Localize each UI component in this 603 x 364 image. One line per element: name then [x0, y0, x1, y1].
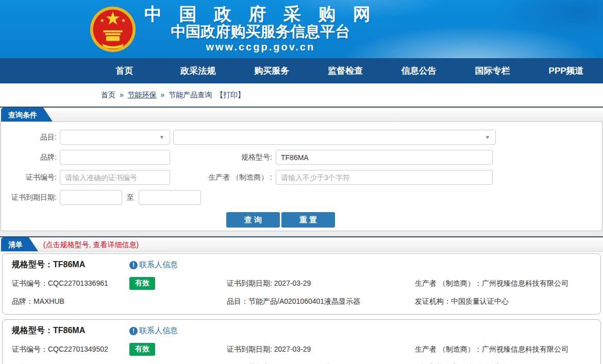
expiry-date-to-input[interactable]	[139, 190, 201, 205]
card-model-value: TF86MA	[53, 326, 85, 335]
site-subtitle: 中国政府购买服务信息平台	[144, 23, 377, 40]
nav-item-regulations[interactable]: 政采法规	[161, 58, 235, 83]
card-model-label: 规格型号：	[12, 260, 53, 269]
result-card: 规格型号：TF86MA !联系人信息 证书编号：CQC22701336961 有…	[2, 253, 601, 315]
category-label: 品目:	[1, 133, 60, 142]
contact-info-label: 联系人信息	[139, 326, 178, 336]
list-section-title-tab: 清单	[1, 237, 38, 251]
category-select[interactable]: ▼	[60, 130, 170, 145]
card-expiry: 证书到期日期: 2027-03-29	[227, 279, 415, 288]
status-badge: 有效	[129, 277, 155, 290]
nav-item-purchase-service[interactable]: 购买服务	[235, 58, 309, 83]
card-issuer: 发证机构：中国质量认证中心	[415, 297, 600, 306]
site-url: www.ccgp.gov.cn	[144, 40, 377, 54]
breadcrumb-current-page: 节能产品查询	[169, 91, 212, 99]
card-model-link[interactable]: 规格型号：TF86MA	[12, 325, 129, 336]
breadcrumb: 首页 » 节能环保 » 节能产品查询 【打印】	[0, 83, 603, 107]
nav-item-supervision[interactable]: 监督检查	[309, 58, 382, 83]
status-badge: 有效	[129, 343, 155, 356]
card-brand: 品牌：MAXHUB	[12, 297, 227, 306]
main-nav: 首页 政采法规 购买服务 监督检查 信息公告 国际专栏 PPP频道	[0, 58, 603, 83]
card-cert-no: 证书编号：CQC22701349502	[12, 345, 129, 354]
list-hint-note: (点击规格型号, 查看详细信息)	[43, 237, 139, 251]
date-range-to-label: 至	[127, 193, 134, 202]
producer-label: 生产者 （制造商） :	[170, 173, 276, 182]
breadcrumb-separator: »	[160, 91, 164, 99]
contact-info-link[interactable]: !联系人信息	[129, 260, 415, 270]
chevron-down-icon: ▼	[485, 134, 490, 140]
brand-label: 品牌:	[1, 153, 60, 162]
card-model-label: 规格型号：	[12, 326, 53, 335]
certificate-number-label: 证书编号:	[1, 173, 60, 182]
card-category: 品目：节能产品/A0201060401液晶显示器	[227, 297, 415, 306]
expiry-date-label: 证书到期日期:	[1, 193, 60, 202]
certificate-number-input[interactable]	[60, 170, 170, 185]
info-icon: !	[129, 261, 138, 269]
query-section-title-tab: 查询条件	[1, 108, 53, 122]
query-form: 品目: ▼ ▼ 品牌: 规格型号: 证书编号: 生产者 （制造商） : 证书到期…	[1, 122, 602, 231]
nav-item-announcements[interactable]: 信息公告	[382, 58, 456, 83]
query-section: 查询条件 品目: ▼ ▼ 品牌: 规格型号: 证书编号: 生产者 （制造商） :…	[0, 107, 603, 231]
breadcrumb-category-link[interactable]: 节能环保	[128, 91, 157, 99]
nav-item-international[interactable]: 国际专栏	[456, 58, 529, 83]
model-label: 规格型号:	[170, 153, 276, 162]
producer-input[interactable]	[276, 170, 493, 185]
chevron-down-icon: ▼	[159, 134, 164, 140]
result-card: 规格型号：TF86MA !联系人信息 证书编号：CQC22701349502 有…	[2, 319, 601, 364]
contact-info-link[interactable]: !联系人信息	[129, 326, 415, 336]
card-producer: 生产者 （制造商）：广州视臻信息科技有限公司	[415, 345, 600, 354]
expiry-date-from-input[interactable]	[60, 190, 122, 205]
subcategory-select[interactable]: ▼	[173, 130, 496, 145]
nav-item-home[interactable]: 首页	[88, 58, 161, 83]
national-emblem-logo	[89, 5, 137, 54]
model-input[interactable]	[276, 150, 493, 165]
list-section: 清单 (点击规格型号, 查看详细信息) 规格型号：TF86MA !联系人信息 证…	[0, 236, 603, 364]
site-header: 中 国 政 府 采 购 网 中国政府购买服务信息平台 www.ccgp.gov.…	[0, 0, 603, 58]
breadcrumb-separator: »	[120, 91, 124, 99]
nav-item-ppp-channel[interactable]: PPP频道	[529, 58, 603, 83]
search-button[interactable]: 查 询	[226, 212, 280, 228]
brand-input[interactable]	[60, 150, 170, 165]
info-icon: !	[129, 327, 138, 335]
print-link[interactable]: 【打印】	[216, 91, 245, 99]
site-title: 中 国 政 府 采 购 网	[144, 5, 377, 23]
card-expiry: 证书到期日期: 2027-03-29	[227, 345, 415, 354]
contact-info-label: 联系人信息	[139, 260, 178, 270]
card-producer: 生产者 （制造商）：广州视臻信息科技有限公司	[415, 279, 600, 288]
breadcrumb-home-link[interactable]: 首页	[101, 91, 115, 99]
query-section-tab-bar: 查询条件	[0, 108, 603, 122]
reset-button[interactable]: 重 置	[281, 212, 335, 228]
card-model-link[interactable]: 规格型号：TF86MA	[12, 259, 129, 270]
card-cert-no: 证书编号：CQC22701336961	[12, 279, 129, 288]
card-model-value: TF86MA	[53, 260, 85, 269]
list-section-tab-bar: 清单 (点击规格型号, 查看详细信息)	[0, 237, 603, 252]
